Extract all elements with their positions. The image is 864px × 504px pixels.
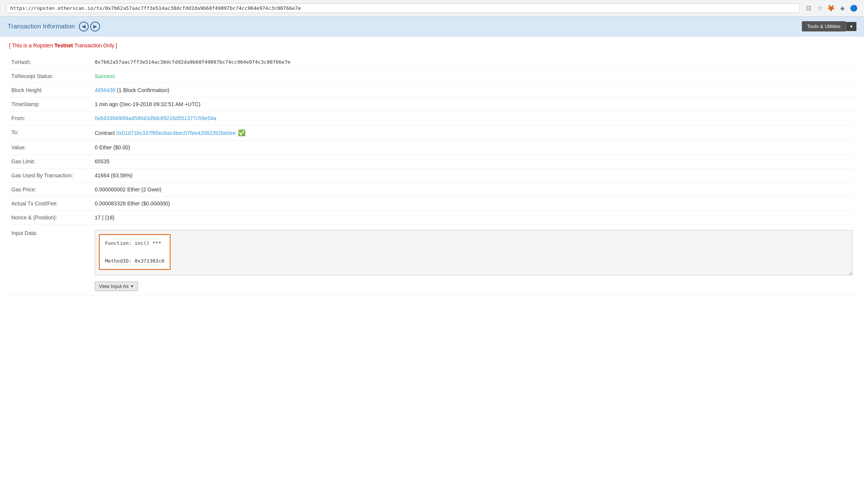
txhash-value: 0x7b62a57aac7ff3e514ac38dcfdd2da9b68f490…: [92, 55, 855, 69]
url-bar[interactable]: https://ropsten.etherscan.io/tx/0x7b62a5…: [6, 3, 800, 13]
browser-bar: https://ropsten.etherscan.io/tx/0x7b62a5…: [0, 0, 864, 17]
gas-price-label: Gas Price:: [9, 183, 92, 197]
translate-icon[interactable]: ⊡: [804, 4, 812, 13]
view-input-label: View Input As: [99, 283, 129, 289]
block-height-row: Block Height: 4656436 (1 Block Confirmat…: [9, 83, 855, 97]
block-label: Block Height:: [9, 83, 92, 97]
input-data-cell: Function: inc() *** MethodID: 0x371303c0…: [92, 225, 855, 295]
receipt-label: TxReceipt Status:: [9, 69, 92, 83]
gas-limit-row: Gas Limit: 65535: [9, 155, 855, 169]
extension-icon-2[interactable]: ◈: [838, 4, 847, 13]
block-value: 4656436 (1 Block Confirmation): [92, 83, 855, 97]
browser-icons: ⊡ ☆ 🦊 ◈ 🔵: [804, 4, 858, 13]
nonce-row: Nonce & {Position}: 17 | {18}: [9, 211, 855, 225]
from-value: 0x84339490f4a459043d9dc69216d551377c59e5…: [92, 111, 855, 125]
txhash-label: TxHash:: [9, 55, 92, 69]
from-label: From:: [9, 111, 92, 125]
nonce-value: 17 | {18}: [92, 211, 855, 225]
block-confirmations: (1 Block Confirmation): [116, 87, 169, 93]
input-data-container: Function: inc() *** MethodID: 0x371303c0…: [95, 230, 853, 291]
extension-icon-1[interactable]: 🦊: [827, 4, 835, 13]
from-address-link[interactable]: 0x84339490f4a459043d9dc69216d551377c59e5…: [95, 115, 216, 121]
input-data-label: Input Data:: [9, 225, 92, 295]
input-data-line2: [105, 247, 164, 256]
input-data-line3: MethodID: 0x371303c0: [105, 257, 164, 265]
nonce-label: Nonce & {Position}:: [9, 211, 92, 225]
receipt-status-row: TxReceipt Status: Success: [9, 69, 855, 83]
input-data-inner: Function: inc() *** MethodID: 0x371303c0: [99, 234, 171, 270]
input-data-line1: Function: inc() ***: [105, 239, 164, 247]
from-row: From: 0x84339490f4a459043d9dc69216d55137…: [9, 111, 855, 125]
gas-limit-label: Gas Limit:: [9, 155, 92, 169]
gas-limit-value: 65535: [92, 155, 855, 169]
header-left: Transaction Information ◀ ▶: [8, 22, 100, 31]
nav-arrows: ◀ ▶: [79, 22, 100, 31]
to-value: Contract 0x01d71bc337f95ecbac4bec57fee42…: [92, 125, 855, 141]
to-label: To:: [9, 125, 92, 141]
testnet-notice: [ This is a Ropsten Testnet Transaction …: [9, 42, 855, 49]
to-row: To: Contract 0x01d71bc337f95ecbac4bec57f…: [9, 125, 855, 141]
contract-verified-icon: ✅: [238, 130, 246, 136]
transaction-info-table: TxHash: 0x7b62a57aac7ff3e514ac38dcfdd2da…: [9, 55, 855, 295]
gas-used-label: Gas Used By Transaction:: [9, 169, 92, 183]
gas-price-row: Gas Price: 0.000000002 Ether (2 Gwei): [9, 183, 855, 197]
value-row: Value: 0 Ether ($0.00): [9, 141, 855, 155]
dropdown-chevron-icon: ▼: [849, 24, 853, 29]
gas-price-value: 0.000000002 Ether (2 Gwei): [92, 183, 855, 197]
input-data-row: Input Data: Function: inc() *** MethodID…: [9, 225, 855, 295]
main-content: [ This is a Ropsten Testnet Transaction …: [0, 36, 864, 301]
timestamp-label: TimeStamp:: [9, 97, 92, 111]
actual-cost-value: 0.000083328 Ether ($0.000000): [92, 197, 855, 211]
actual-cost-row: Actual Tx Cost/Fee: 0.000083328 Ether ($…: [9, 197, 855, 211]
view-input-as-button[interactable]: View Input As ▼: [95, 282, 138, 291]
page-title: Transaction Information: [8, 23, 75, 30]
actual-cost-label: Actual Tx Cost/Fee:: [9, 197, 92, 211]
timestamp-value: 1 min ago (Dec-19-2018 09:32:51 AM +UTC): [92, 97, 855, 111]
nav-next-button[interactable]: ▶: [90, 22, 100, 31]
gas-used-row: Gas Used By Transaction: 41664 (63.58%): [9, 169, 855, 183]
extension-icon-3[interactable]: 🔵: [850, 4, 858, 13]
gas-used-value: 41664 (63.58%): [92, 169, 855, 183]
to-prefix: Contract: [95, 130, 116, 136]
tools-utilities-button[interactable]: Tools & Utilities: [802, 21, 846, 31]
view-input-dropdown-icon: ▼: [130, 284, 134, 288]
txhash-row: TxHash: 0x7b62a57aac7ff3e514ac38dcfdd2da…: [9, 55, 855, 69]
to-address-link[interactable]: 0x01d71bc337f95ecbac4bec57fee42082392be0…: [116, 130, 236, 136]
value-label: Value:: [9, 141, 92, 155]
page-header: Transaction Information ◀ ▶ Tools & Util…: [0, 17, 864, 36]
bookmark-icon[interactable]: ☆: [815, 4, 824, 13]
timestamp-row: TimeStamp: 1 min ago (Dec-19-2018 09:32:…: [9, 97, 855, 111]
block-number-link[interactable]: 4656436: [95, 87, 116, 93]
nav-prev-button[interactable]: ◀: [79, 22, 89, 31]
input-data-box[interactable]: Function: inc() *** MethodID: 0x371303c0: [95, 230, 853, 275]
tools-dropdown-arrow[interactable]: ▼: [846, 22, 856, 31]
receipt-value: Success: [92, 69, 855, 83]
view-input-button-group[interactable]: View Input As ▼: [95, 279, 853, 291]
tools-button-group[interactable]: Tools & Utilities ▼: [802, 21, 856, 31]
value-value: 0 Ether ($0.00): [92, 141, 855, 155]
